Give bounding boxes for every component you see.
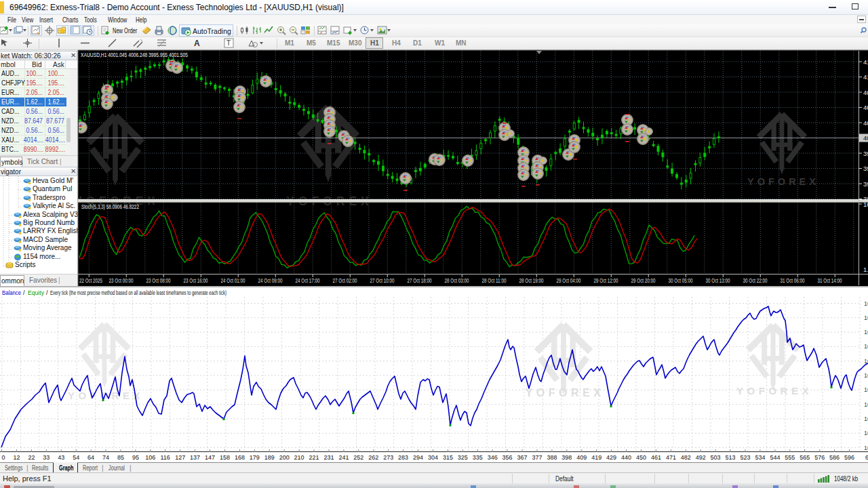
svg-text:440: 440 (621, 454, 631, 461)
svg-text:200: 200 (279, 454, 290, 461)
svg-text:54: 54 (73, 454, 79, 461)
svg-text:189: 189 (264, 454, 275, 461)
svg-text:10: 10 (864, 401, 868, 408)
svg-text:482: 482 (681, 454, 691, 461)
svg-text:10: 10 (864, 314, 868, 321)
svg-text:/: / (46, 289, 48, 296)
svg-text:356: 356 (502, 454, 513, 461)
svg-text:10: 10 (864, 343, 868, 350)
svg-text:273: 273 (383, 454, 393, 461)
svg-text:210: 210 (294, 454, 304, 461)
svg-text:429: 429 (606, 454, 616, 461)
svg-text:43: 43 (58, 454, 64, 461)
svg-text:106: 106 (145, 454, 155, 461)
svg-text:10: 10 (864, 329, 868, 336)
svg-text:398: 398 (561, 454, 572, 461)
svg-text:409: 409 (576, 454, 587, 461)
svg-text:294: 294 (413, 454, 423, 461)
svg-text:523: 523 (740, 454, 750, 461)
svg-text:231: 231 (323, 454, 334, 461)
svg-text:450: 450 (636, 454, 646, 461)
svg-text:147: 147 (205, 454, 215, 461)
svg-text:586: 586 (829, 454, 840, 461)
svg-text:461: 461 (651, 454, 661, 461)
svg-text:10: 10 (864, 386, 868, 393)
svg-text:YOFOREX: YOFOREX (736, 385, 812, 396)
svg-text:325: 325 (458, 454, 468, 461)
svg-text:12: 12 (13, 454, 20, 461)
svg-text:471: 471 (666, 454, 676, 461)
svg-text:85: 85 (117, 454, 124, 461)
svg-text:10: 10 (864, 430, 868, 436)
svg-text:/: / (23, 289, 25, 296)
svg-text:503: 503 (711, 454, 721, 461)
svg-text:283: 283 (398, 454, 408, 461)
svg-text:252: 252 (353, 454, 363, 461)
svg-text:544: 544 (770, 454, 780, 461)
svg-text:137: 137 (190, 454, 200, 461)
svg-text:262: 262 (368, 454, 378, 461)
svg-text:315: 315 (443, 454, 453, 461)
svg-text:YOFOREX: YOFOREX (68, 390, 144, 401)
svg-text:10: 10 (864, 445, 868, 451)
svg-text:10: 10 (864, 300, 868, 307)
svg-text:179: 179 (250, 454, 260, 461)
svg-text:10: 10 (864, 358, 868, 365)
svg-text:576: 576 (814, 454, 825, 461)
svg-text:241: 241 (338, 454, 349, 461)
svg-text:492: 492 (696, 454, 706, 461)
svg-text:10: 10 (864, 372, 868, 379)
svg-text:377: 377 (532, 454, 542, 461)
svg-text:Balance: Balance (2, 289, 21, 296)
svg-text:YOFOREX: YOFOREX (526, 387, 605, 399)
svg-text:534: 534 (755, 454, 765, 461)
svg-text:304: 304 (428, 454, 438, 461)
svg-text:10: 10 (864, 415, 868, 422)
svg-text:158: 158 (220, 454, 230, 461)
svg-text:95: 95 (132, 454, 139, 461)
svg-text:0: 0 (2, 454, 5, 461)
svg-text:33: 33 (43, 454, 50, 461)
svg-text:335: 335 (473, 454, 483, 461)
svg-text:60: 60 (865, 454, 868, 461)
svg-text:127: 127 (175, 454, 185, 461)
svg-text:221: 221 (309, 454, 319, 461)
svg-text:388: 388 (547, 454, 557, 461)
svg-text:565: 565 (800, 454, 810, 461)
svg-text:74: 74 (102, 454, 109, 461)
svg-text:596: 596 (844, 454, 854, 461)
svg-text:64: 64 (87, 454, 94, 461)
svg-text:419: 419 (591, 454, 601, 461)
svg-text:Equity: Equity (28, 289, 44, 296)
svg-text:555: 555 (785, 454, 795, 461)
svg-text:Every tick (the most precise m: Every tick (the most precise method base… (50, 289, 226, 296)
svg-text:367: 367 (517, 454, 527, 461)
svg-text:22: 22 (28, 454, 35, 461)
svg-text:346: 346 (488, 454, 498, 461)
svg-text:168: 168 (235, 454, 245, 461)
svg-text:116: 116 (161, 454, 170, 461)
svg-text:513: 513 (726, 454, 736, 461)
